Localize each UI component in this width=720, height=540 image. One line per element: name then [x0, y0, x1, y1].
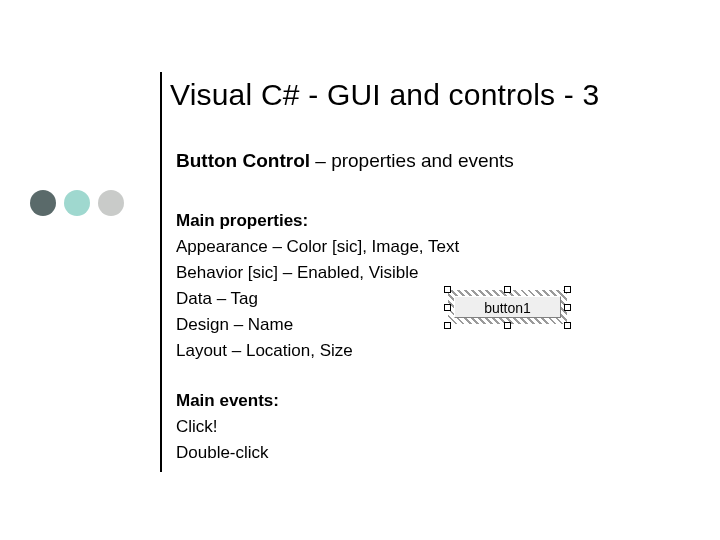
properties-block: Main properties: Appearance – Color [sic… [176, 208, 459, 364]
decor-bullets [30, 190, 124, 216]
subtitle-bold: Button Control [176, 150, 310, 171]
properties-header: Main properties: [176, 208, 459, 234]
events-line: Click! [176, 414, 279, 440]
resize-handle-mid-right[interactable] [564, 304, 571, 311]
bullet-icon [64, 190, 90, 216]
slide: Visual C# - GUI and controls - 3 Button … [0, 0, 720, 540]
button1[interactable]: button1 [454, 296, 561, 318]
properties-line: Appearance – Color [sic], Image, Text [176, 234, 459, 260]
resize-handle-bottom-right[interactable] [564, 322, 571, 329]
resize-handle-top-mid[interactable] [504, 286, 511, 293]
subtitle-rest: – properties and events [310, 150, 514, 171]
resize-handle-top-right[interactable] [564, 286, 571, 293]
bullet-icon [98, 190, 124, 216]
properties-line: Layout – Location, Size [176, 338, 459, 364]
events-header: Main events: [176, 388, 279, 414]
slide-subtitle: Button Control – properties and events [176, 150, 514, 172]
events-block: Main events: Click! Double-click [176, 388, 279, 466]
resize-handle-bottom-mid[interactable] [504, 322, 511, 329]
bullet-icon [30, 190, 56, 216]
resize-handle-top-left[interactable] [444, 286, 451, 293]
events-line: Double-click [176, 440, 279, 466]
properties-line: Data – Tag [176, 286, 459, 312]
resize-handle-mid-left[interactable] [444, 304, 451, 311]
vertical-rule [160, 72, 162, 472]
slide-title: Visual C# - GUI and controls - 3 [170, 78, 599, 112]
properties-line: Design – Name [176, 312, 459, 338]
resize-handle-bottom-left[interactable] [444, 322, 451, 329]
properties-line: Behavior [sic] – Enabled, Visible [176, 260, 459, 286]
button-designer-widget[interactable]: button1 [440, 280, 575, 334]
